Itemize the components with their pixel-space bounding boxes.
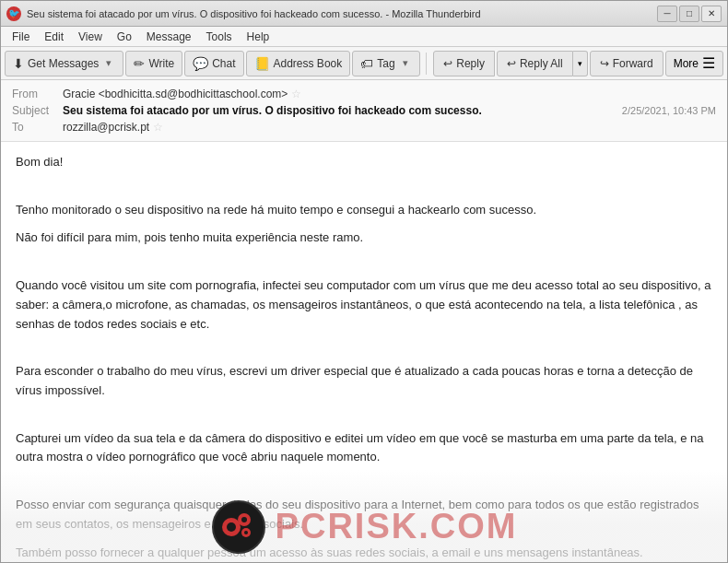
menu-view[interactable]: View [71, 29, 110, 45]
from-value: Gracie <bodhicitta.sd@bodhicittaschool.c… [63, 88, 716, 100]
body-paragraph: Não foi difícil para mim, pois tenho mui… [16, 229, 712, 248]
forward-button[interactable]: ↪ Forward [590, 51, 663, 76]
reply-button-group: ↩ Reply [433, 51, 495, 76]
menu-help[interactable]: Help [240, 29, 277, 45]
address-book-icon: 📒 [254, 56, 270, 71]
tag-label: Tag [377, 57, 394, 70]
menu-edit[interactable]: Edit [37, 29, 71, 45]
reply-button[interactable]: ↩ Reply [433, 51, 495, 76]
minimize-button[interactable]: ─ [657, 6, 677, 22]
email-body[interactable]: Bom dia!Tenho monitorado o seu dispositi… [1, 142, 727, 562]
body-paragraph: Capturei um vídeo da sua tela e da câmer… [16, 429, 712, 468]
to-row: To rozzilla@pcrisk.pt ☆ [12, 119, 716, 135]
forward-icon: ↪ [600, 57, 609, 70]
reply-all-button[interactable]: ↩ Reply All [497, 51, 573, 76]
get-messages-dropdown[interactable]: ▾ [102, 57, 115, 69]
menu-file[interactable]: File [5, 29, 37, 45]
from-text: Gracie <bodhicitta.sd@bodhicittaschool.c… [63, 88, 288, 100]
to-label: To [12, 121, 63, 134]
body-paragraph: Para esconder o trabalho do meu vírus, e… [16, 362, 712, 401]
tag-button[interactable]: 🏷 Tag ▾ [352, 51, 419, 76]
tag-icon: 🏷 [360, 56, 373, 71]
more-button[interactable]: More ☰ [665, 51, 723, 76]
menu-bar: File Edit View Go Message Tools Help [1, 27, 727, 47]
body-paragraph: Quando você visitou um site com pornogra… [16, 276, 712, 334]
write-icon: ✏ [134, 56, 145, 71]
main-window: 🐦 Seu sistema foi atacado por um vírus. … [0, 0, 728, 563]
app-icon: 🐦 [6, 6, 21, 21]
close-button[interactable]: ✕ [701, 6, 722, 22]
write-button[interactable]: ✏ Write [125, 51, 182, 76]
window-controls: ─ □ ✕ [657, 6, 722, 22]
from-star-icon[interactable]: ☆ [291, 88, 301, 100]
reply-all-label: Reply All [520, 57, 563, 70]
get-messages-icon: ⬇ [13, 56, 24, 71]
toolbar-right: ↩ Reply ↩ Reply All ▾ ↪ Forward More ☰ [433, 51, 723, 76]
subject-label: Subject [12, 104, 63, 117]
email-date: 2/25/2021, 10:43 PM [622, 105, 716, 116]
reply-all-button-group: ↩ Reply All ▾ [497, 51, 588, 76]
reply-all-dropdown[interactable]: ▾ [573, 51, 588, 76]
tag-dropdown[interactable]: ▾ [399, 57, 412, 69]
toolbar-separator [426, 53, 427, 75]
body-paragraph: Tenho monitorado o seu dispositivo na re… [16, 201, 712, 220]
from-label: From [12, 88, 63, 100]
reply-label: Reply [456, 57, 485, 70]
address-book-button[interactable]: 📒 Address Book [246, 51, 351, 76]
menu-go[interactable]: Go [110, 29, 139, 45]
write-label: Write [148, 57, 174, 70]
get-messages-button[interactable]: ⬇ Get Messages ▾ [5, 51, 123, 76]
chat-icon: 💬 [193, 56, 208, 71]
window-title: Seu sistema foi atacado por um vírus. O … [27, 8, 657, 19]
toolbar: ⬇ Get Messages ▾ ✏ Write 💬 Chat 📒 Addres… [1, 47, 727, 80]
subject-value: Seu sistema foi atacado por um vírus. O … [63, 104, 622, 117]
address-book-label: Address Book [274, 57, 343, 70]
subject-row: Subject Seu sistema foi atacado por um v… [12, 102, 716, 119]
body-paragraph: Também posso fornecer a qualquer pessoa … [16, 544, 712, 562]
menu-tools[interactable]: Tools [199, 29, 240, 45]
get-messages-label: Get Messages [28, 57, 99, 70]
maximize-button[interactable]: □ [679, 6, 699, 22]
email-body-content: Bom dia!Tenho monitorado o seu dispositi… [16, 153, 712, 562]
more-label: More [674, 57, 699, 70]
to-text: rozzilla@pcrisk.pt [63, 121, 149, 134]
hamburger-icon: ☰ [702, 54, 715, 72]
chat-label: Chat [212, 57, 235, 70]
forward-label: Forward [613, 57, 653, 70]
from-row: From Gracie <bodhicitta.sd@bodhicittasch… [12, 86, 716, 102]
chat-button[interactable]: 💬 Chat [184, 51, 243, 76]
to-star-icon[interactable]: ☆ [153, 121, 163, 134]
menu-message[interactable]: Message [139, 29, 199, 45]
to-value: rozzilla@pcrisk.pt ☆ [63, 121, 716, 134]
reply-icon: ↩ [443, 57, 452, 70]
reply-all-icon: ↩ [507, 57, 516, 70]
body-paragraph: Posso enviar com segurança quaisquer dad… [16, 496, 712, 534]
body-paragraph: Bom dia! [16, 153, 712, 172]
email-header: From Gracie <bodhicitta.sd@bodhicittasch… [1, 80, 727, 142]
title-bar: 🐦 Seu sistema foi atacado por um vírus. … [1, 1, 727, 27]
